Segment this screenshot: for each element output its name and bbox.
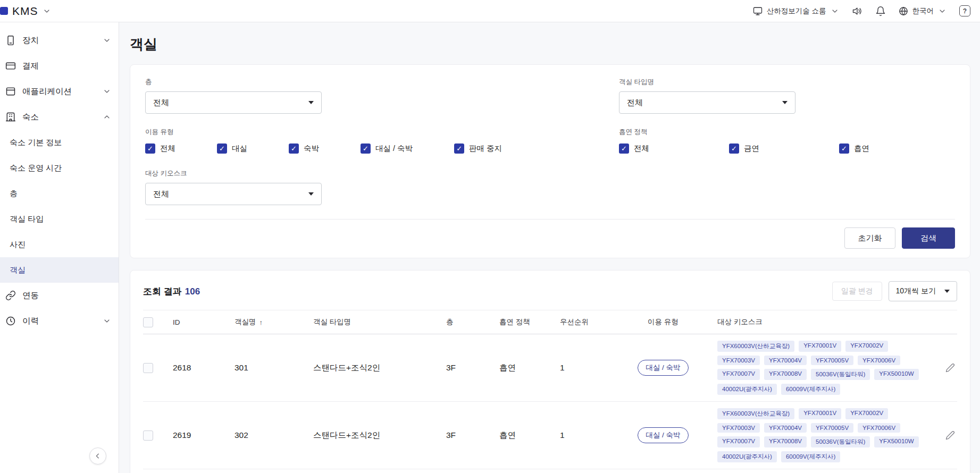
chevron-down-icon bbox=[43, 7, 51, 15]
cell-floor: 3F bbox=[446, 363, 499, 373]
kiosk-tag: 40002U(광주지사) bbox=[717, 384, 777, 395]
select-all-checkbox[interactable] bbox=[143, 317, 153, 327]
speaker-icon[interactable] bbox=[852, 6, 862, 16]
kiosk-tag: YFX70003V bbox=[717, 423, 760, 433]
sidebar-subitem[interactable]: 객실 bbox=[0, 257, 119, 283]
page-size-select[interactable]: 10개씩 보기 bbox=[889, 281, 957, 301]
edit-button[interactable] bbox=[945, 363, 955, 373]
kiosk-tag-list: YFX60003V(산하교육장)YFX70001VYFX70002VYFX700… bbox=[717, 334, 926, 401]
chevron-down-icon bbox=[938, 7, 947, 15]
column-header-room-type[interactable]: 객실 타입명 bbox=[313, 317, 446, 327]
device-icon bbox=[5, 35, 16, 46]
target-kiosk-select[interactable]: 전체 bbox=[145, 183, 322, 205]
history-icon bbox=[5, 316, 16, 326]
sidebar-subitem[interactable]: 사진 bbox=[0, 232, 119, 257]
cell-room-type: 스탠다드+조식2인 bbox=[313, 430, 446, 441]
kiosk-tag: 40002U(광주지사) bbox=[717, 451, 777, 462]
checkbox-label: 판매 중지 bbox=[469, 143, 502, 154]
caret-down-icon bbox=[308, 192, 314, 196]
cell-priority: 1 bbox=[560, 363, 613, 373]
row-checkbox[interactable] bbox=[143, 363, 153, 373]
sidebar-item-3[interactable]: 숙소 bbox=[0, 104, 119, 130]
filter-usage-type: 이용 유형 ✓전체✓대실✓숙박✓대실 / 숙박✓판매 중지 bbox=[145, 128, 619, 155]
column-header-priority[interactable]: 우선순위 bbox=[560, 317, 613, 327]
sidebar-item-2[interactable]: 애플리케이션 bbox=[0, 79, 119, 104]
checkbox-checked-icon: ✓ bbox=[145, 143, 155, 154]
cell-id: 2618 bbox=[173, 363, 234, 373]
kiosk-tag: 60009V(제주지사) bbox=[781, 451, 840, 462]
usage-type-checkbox-4[interactable]: ✓판매 중지 bbox=[454, 143, 502, 154]
column-header-room-name[interactable]: 객실명 ↑ bbox=[234, 317, 313, 327]
chevron-down-icon bbox=[103, 36, 111, 45]
kiosk-tag: YFX60003V(산하교육장) bbox=[717, 408, 794, 419]
language-selector[interactable]: 한국어 bbox=[899, 6, 947, 16]
kiosk-tag: YFX50010W bbox=[874, 436, 918, 447]
cell-floor: 3F bbox=[446, 430, 499, 440]
sidebar-subitem[interactable]: 객실 타입 bbox=[0, 206, 119, 232]
column-header-usage[interactable]: 이용 유형 bbox=[613, 317, 717, 327]
row-checkbox[interactable] bbox=[143, 430, 153, 441]
checkbox-label: 대실 bbox=[232, 143, 247, 154]
usage-type-checkbox-3[interactable]: ✓대실 / 숙박 bbox=[361, 143, 413, 154]
edit-button[interactable] bbox=[945, 430, 955, 440]
column-header-smoking[interactable]: 흡연 정책 bbox=[499, 317, 560, 327]
column-header-floor[interactable]: 층 bbox=[446, 317, 499, 327]
kiosk-tag: YFX50010W bbox=[874, 369, 918, 380]
sidebar-item-label: 애플리케이션 bbox=[22, 86, 96, 97]
sidebar-item-5[interactable]: 이력 bbox=[0, 308, 119, 334]
smoking-policy-checkbox-1[interactable]: ✓금연 bbox=[729, 143, 759, 154]
sidebar-subitem[interactable]: 층 bbox=[0, 181, 119, 206]
smoking-policy-checkbox-0[interactable]: ✓전체 bbox=[619, 143, 649, 154]
table-row: 2620303스탠다드+조식2인3F흡연1대실 / 숙박YFX60003V(산하… bbox=[143, 469, 957, 473]
checkbox-label: 대실 / 숙박 bbox=[375, 143, 413, 154]
usage-type-checkbox-0[interactable]: ✓전체 bbox=[145, 143, 175, 154]
monitor-icon bbox=[753, 6, 763, 16]
reset-button[interactable]: 초기화 bbox=[844, 227, 895, 249]
app-logo[interactable]: KMS bbox=[0, 5, 51, 18]
kiosk-tag: YFX70008V bbox=[764, 436, 807, 447]
usage-type-checkbox-1[interactable]: ✓대실 bbox=[217, 143, 247, 154]
caret-down-icon bbox=[308, 101, 314, 104]
sidebar-item-1[interactable]: 결제 bbox=[0, 53, 119, 79]
logo-text: KMS bbox=[12, 5, 38, 18]
checkbox-checked-icon: ✓ bbox=[619, 143, 629, 154]
kiosk-tag-list: YFX60003V(산하교육장)YFX70001VYFX70002VYFX700… bbox=[717, 402, 926, 469]
room-type-select[interactable]: 전체 bbox=[619, 91, 795, 114]
column-header-kiosk[interactable]: 대상 키오스크 bbox=[717, 317, 931, 327]
sidebar-item-4[interactable]: 연동 bbox=[0, 283, 119, 308]
search-button[interactable]: 검색 bbox=[902, 227, 955, 249]
site-selector-label: 산하정보기술 쇼룸 bbox=[767, 6, 826, 16]
kiosk-tag: YFX70008V bbox=[764, 369, 807, 380]
usage-type-checkbox-2[interactable]: ✓숙박 bbox=[289, 143, 319, 154]
floor-select[interactable]: 전체 bbox=[145, 91, 322, 114]
sidebar-subitem[interactable]: 숙소 운영 시간 bbox=[0, 155, 119, 181]
help-icon[interactable]: ? bbox=[959, 5, 970, 16]
cell-id: 2619 bbox=[173, 430, 234, 440]
logo-mark-icon bbox=[0, 7, 8, 15]
table-row: 2618301스탠다드+조식2인3F흡연1대실 / 숙박YFX60003V(산하… bbox=[143, 334, 957, 402]
checkbox-checked-icon: ✓ bbox=[454, 143, 464, 154]
main-content: 객실 층 전체 객실 타입명 전체 bbox=[119, 22, 980, 473]
column-header-id[interactable]: ID bbox=[173, 318, 234, 326]
sidebar-item-label: 장치 bbox=[22, 35, 96, 46]
cell-smoking: 흡연 bbox=[499, 362, 560, 374]
cell-room-name: 302 bbox=[234, 430, 313, 440]
sidebar-item-label: 숙소 bbox=[22, 112, 96, 123]
kiosk-tag: YFX70004V bbox=[764, 356, 807, 365]
smoking-policy-checkbox-2[interactable]: ✓흡연 bbox=[839, 143, 869, 154]
bulk-change-button[interactable]: 일괄 변경 bbox=[832, 282, 882, 301]
sidebar-item-0[interactable]: 장치 bbox=[0, 28, 119, 53]
floor-label: 층 bbox=[145, 78, 619, 87]
sort-asc-icon[interactable]: ↑ bbox=[259, 318, 263, 326]
results-panel: 조회 결과106 일괄 변경 10개씩 보기 ID 객실명 ↑ 객실 타입명 bbox=[130, 270, 970, 473]
sidebar-subitem[interactable]: 숙소 기본 정보 bbox=[0, 130, 119, 155]
globe-icon bbox=[899, 6, 908, 16]
sidebar-collapse-button[interactable] bbox=[89, 447, 106, 464]
bell-icon[interactable] bbox=[875, 6, 886, 16]
caret-down-icon bbox=[782, 101, 788, 104]
chevron-down-icon bbox=[831, 7, 839, 15]
site-selector[interactable]: 산하정보기술 쇼룸 bbox=[753, 6, 839, 16]
filter-floor: 층 전체 bbox=[145, 78, 619, 114]
kiosk-tag: 50036V(동일타워) bbox=[811, 369, 870, 380]
checkbox-checked-icon: ✓ bbox=[729, 143, 739, 154]
